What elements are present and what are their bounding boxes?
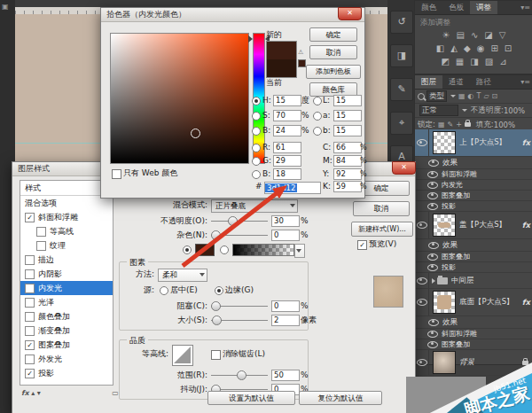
choke-value[interactable]: 0 [271, 300, 300, 312]
tab-color[interactable]: 颜色 [415, 1, 442, 14]
style-item-bevel-emboss[interactable]: ✓斜面和浮雕 [20, 210, 113, 224]
h-radio[interactable] [252, 97, 261, 105]
style-item-inner-shadow[interactable]: 内阴影 [20, 267, 113, 281]
style-item-drop-shadow[interactable]: ✓投影 [20, 366, 113, 380]
visibility-eye-icon[interactable] [417, 299, 427, 306]
new-style-button[interactable]: 新建样式(W)... [351, 222, 413, 237]
gradient-map-icon[interactable]: ▨ [485, 56, 493, 69]
c-field[interactable]: 66 [333, 142, 362, 153]
opacity-value[interactable]: 100% [504, 106, 525, 115]
web-only-checkbox[interactable] [112, 169, 121, 179]
h-field[interactable]: 15 [273, 95, 301, 106]
style-item-outer-glow[interactable]: 外发光 [20, 352, 113, 366]
style-item-inner-glow[interactable]: ✓内发光 [20, 281, 113, 295]
vibrance-icon[interactable]: ▽ [499, 29, 506, 43]
brightness-contrast-icon[interactable]: ☀ [442, 29, 450, 43]
opacity-slider[interactable] [211, 215, 268, 227]
effect-item-bevel[interactable]: 斜面和浮雕 [415, 329, 532, 339]
checkbox[interactable] [25, 355, 35, 364]
contour-thumbnail[interactable] [172, 345, 193, 366]
visibility-eye-icon[interactable] [427, 253, 438, 261]
technique-select[interactable]: 柔和 [158, 269, 207, 282]
color-lookup-icon[interactable]: ⊡ [505, 43, 512, 56]
posterize-icon[interactable]: ▦ [456, 56, 464, 69]
preview-checkbox[interactable]: ✓ [357, 240, 367, 250]
visibility-eye-icon[interactable] [427, 192, 438, 199]
glow-color-swatch[interactable] [195, 244, 215, 256]
type-layer-filter-icon[interactable]: T [477, 92, 481, 100]
s-field[interactable]: 70 [273, 110, 301, 121]
b3-field[interactable]: 15 [333, 125, 362, 136]
checkbox[interactable] [25, 255, 35, 265]
adjustment-layer-filter-icon[interactable]: ◐ [468, 92, 474, 100]
visibility-eye-icon[interactable] [417, 277, 427, 284]
up-arrow-icon[interactable]: ▴ [31, 389, 35, 397]
y-field[interactable]: 92 [333, 168, 362, 180]
lock-transparency-icon[interactable]: ▦ [438, 121, 445, 129]
checkbox[interactable]: ✓ [25, 213, 35, 222]
source-center-radio[interactable] [160, 286, 168, 295]
fill-value[interactable]: 100% [494, 121, 515, 129]
style-item-contour[interactable]: 等高线 [20, 224, 113, 238]
opacity-value[interactable]: 30 [271, 215, 300, 227]
checkbox[interactable] [25, 326, 35, 336]
s-radio[interactable] [252, 112, 261, 121]
blend-mode-select[interactable]: 正片叠底 [211, 199, 298, 213]
exposure-icon[interactable]: ◪ [484, 29, 492, 43]
b-radio[interactable] [252, 127, 261, 136]
panel-menu-icon[interactable]: ▾≡ [520, 1, 532, 14]
source-edge-radio[interactable] [215, 286, 223, 295]
style-item-blending-options[interactable]: 混合选项 [20, 196, 113, 210]
brush-panel-icon[interactable]: ✎ [390, 78, 413, 101]
a-radio[interactable] [313, 112, 322, 121]
properties-panel-icon[interactable]: ◨ [390, 44, 413, 67]
size-slider[interactable] [211, 315, 268, 326]
effects-header[interactable]: 效果 [415, 157, 532, 169]
cancel-button[interactable]: 取消 [309, 45, 357, 59]
channel-mixer-icon[interactable]: ⊞ [490, 43, 497, 56]
gamut-warning-icon[interactable]: ⚠ [298, 49, 303, 56]
fx-footer-icon[interactable]: fx [21, 389, 29, 397]
k-field[interactable]: 59 [333, 181, 362, 192]
visibility-eye-icon[interactable] [428, 242, 439, 249]
black-white-icon[interactable]: ◆ [464, 43, 471, 56]
b3-radio[interactable] [313, 127, 322, 136]
tab-channels[interactable]: 通道 [442, 75, 470, 89]
layer-thumbnail[interactable] [433, 291, 456, 314]
a-field[interactable]: 15 [333, 110, 362, 121]
set-default-button[interactable]: 设置为默认值 [207, 391, 295, 405]
checkbox[interactable] [36, 227, 46, 237]
layer-row-bottom[interactable]: 底面【P大点S】 fx [415, 289, 532, 316]
visibility-eye-icon[interactable] [427, 182, 438, 189]
checkbox[interactable]: ✓ [25, 369, 35, 378]
checkbox[interactable] [36, 241, 46, 251]
m-field[interactable]: 84 [333, 155, 362, 167]
lock-all-icon[interactable] [465, 122, 471, 127]
b2-radio[interactable] [252, 170, 261, 179]
gradient-picker-arrow[interactable] [294, 244, 305, 258]
web-color-cube-icon[interactable] [298, 59, 306, 67]
style-item-gradient-overlay[interactable]: 渐变叠加 [20, 323, 113, 338]
style-item-color-overlay[interactable]: 颜色叠加 [20, 309, 113, 323]
group-row-middle[interactable]: 中间层 [415, 273, 532, 289]
effects-header[interactable]: 效果 [415, 239, 532, 252]
filter-kind-select[interactable]: 类型 [426, 90, 447, 102]
fx-badge[interactable]: fx [522, 138, 532, 147]
style-item-texture[interactable]: 纹理 [20, 238, 113, 253]
r-field[interactable]: 61 [273, 142, 301, 153]
checkbox[interactable] [25, 298, 35, 308]
antialias-checkbox[interactable] [211, 350, 221, 360]
effect-item-pattern-overlay[interactable]: 图案叠加 [415, 339, 532, 350]
curves-icon[interactable]: ∿ [471, 29, 478, 43]
visibility-eye-icon[interactable] [427, 264, 438, 271]
cancel-button[interactable]: 取消 [353, 201, 410, 216]
slider-knob[interactable] [211, 301, 221, 311]
fx-badge[interactable]: fx [522, 221, 532, 230]
effect-item-pattern-overlay[interactable]: 图案叠加 [415, 191, 532, 201]
effect-item-drop-shadow[interactable]: 投影 [415, 262, 532, 273]
style-item-pattern-overlay[interactable]: ✓图案叠加 [20, 338, 113, 352]
visibility-eye-icon[interactable] [417, 222, 427, 229]
selective-color-icon[interactable]: ⊿ [499, 56, 506, 69]
effect-item-bevel[interactable]: 斜面和浮雕 [415, 169, 532, 180]
visibility-eye-icon[interactable] [427, 341, 438, 348]
